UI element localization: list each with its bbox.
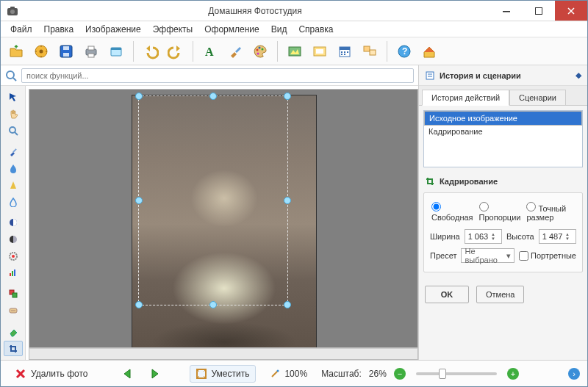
- zoom-out-button[interactable]: −: [394, 368, 406, 380]
- mode-exact[interactable]: Точный размер: [526, 202, 575, 222]
- redo-button[interactable]: [165, 40, 187, 62]
- svg-line-40: [13, 78, 16, 81]
- menu-decor[interactable]: Оформление: [199, 23, 264, 36]
- crop-rect[interactable]: [138, 95, 288, 305]
- brush-tool[interactable]: [4, 144, 23, 159]
- collapse-icon[interactable]: ◆: [576, 70, 581, 80]
- zoom-in-button[interactable]: +: [507, 368, 519, 380]
- svg-point-47: [12, 255, 15, 258]
- tab-scenarios[interactable]: Сценарии: [509, 90, 566, 106]
- svg-rect-27: [316, 49, 323, 54]
- menu-help[interactable]: Справка: [293, 23, 338, 36]
- eraser-tool[interactable]: [4, 325, 23, 340]
- next-button[interactable]: [146, 366, 165, 382]
- crop-panel-header: Кадрирование: [419, 172, 587, 188]
- heal-tool[interactable]: [4, 303, 23, 319]
- history-row[interactable]: Кадрирование: [424, 126, 582, 137]
- history-row[interactable]: Исходное изображение: [424, 111, 582, 126]
- undo-button[interactable]: [140, 40, 162, 62]
- frame-button[interactable]: [309, 40, 331, 62]
- dodge-tool[interactable]: [4, 215, 23, 231]
- svg-rect-15: [88, 46, 94, 50]
- menu-effects[interactable]: Эффекты: [148, 23, 198, 36]
- svg-point-1: [10, 10, 15, 14]
- help-button[interactable]: ?: [393, 40, 415, 62]
- minimize-button[interactable]: [490, 1, 523, 21]
- scan-button[interactable]: [105, 40, 127, 62]
- close-button[interactable]: [555, 1, 587, 21]
- canvas-scrollbar-h[interactable]: [29, 348, 418, 360]
- brush-button[interactable]: [224, 40, 246, 62]
- smudge-tool[interactable]: [4, 194, 23, 209]
- open-button[interactable]: [5, 40, 27, 62]
- crop-handle-w[interactable]: [135, 197, 143, 204]
- mode-free[interactable]: Свободная: [431, 202, 473, 222]
- history-list[interactable]: Исходное изображение Кадрирование: [423, 110, 583, 167]
- crop-handle-n[interactable]: [209, 93, 217, 100]
- height-input[interactable]: 1 487▲▼: [539, 229, 576, 244]
- effects-button[interactable]: [284, 40, 306, 62]
- width-input[interactable]: 1 063▲▼: [465, 229, 502, 244]
- svg-rect-4: [536, 7, 542, 14]
- zoom-100-button[interactable]: 100%: [263, 365, 314, 383]
- calendar-button[interactable]: [334, 40, 356, 62]
- sharpen-tool[interactable]: [4, 178, 23, 193]
- canvas[interactable]: [29, 89, 418, 348]
- mode-prop[interactable]: Пропорции: [479, 202, 521, 222]
- ok-button[interactable]: OK: [425, 286, 469, 303]
- portrait-checkbox[interactable]: Портретные: [519, 251, 576, 261]
- svg-rect-48: [10, 273, 11, 276]
- crop-handle-se[interactable]: [284, 301, 291, 308]
- prev-button[interactable]: [119, 366, 138, 382]
- menu-file[interactable]: Файл: [5, 23, 37, 36]
- spinner-icon[interactable]: ▲▼: [491, 232, 498, 241]
- zoom-slider-knob[interactable]: [439, 369, 446, 379]
- svg-point-21: [259, 46, 261, 48]
- quick-button[interactable]: [30, 40, 52, 62]
- search-icon: [5, 70, 17, 82]
- maximize-button[interactable]: [523, 1, 555, 21]
- text-tool-button[interactable]: A: [199, 40, 221, 62]
- delete-photo-button[interactable]: Удалить фото: [8, 364, 94, 383]
- collage-button[interactable]: [359, 40, 381, 62]
- menu-image[interactable]: Изображение: [80, 23, 146, 36]
- window-controls: [490, 1, 587, 21]
- svg-text:A: A: [205, 46, 214, 58]
- burn-tool[interactable]: [4, 232, 23, 247]
- levels-tool[interactable]: [4, 265, 23, 281]
- print-button[interactable]: [80, 40, 102, 62]
- zoom-slider[interactable]: [416, 372, 497, 375]
- zoom-tool[interactable]: [4, 123, 23, 138]
- crop-handle-sw[interactable]: [135, 301, 143, 308]
- home-button[interactable]: [418, 40, 440, 62]
- crop-handle-s[interactable]: [209, 301, 217, 308]
- blur-tool[interactable]: [4, 161, 23, 176]
- info-button[interactable]: ›: [568, 368, 580, 380]
- crop-handle-ne[interactable]: [284, 93, 291, 100]
- hand-tool[interactable]: [4, 106, 23, 122]
- pointer-tool[interactable]: [4, 90, 23, 105]
- saturation-tool[interactable]: [4, 248, 23, 264]
- svg-rect-55: [426, 72, 434, 79]
- palette-button[interactable]: [249, 40, 271, 62]
- fit-button[interactable]: Уместить: [190, 365, 256, 383]
- history-icon: [425, 70, 435, 81]
- spinner-icon[interactable]: ▲▼: [565, 232, 573, 241]
- svg-rect-36: [370, 50, 376, 55]
- preset-select[interactable]: Не выбрано▾: [461, 248, 514, 263]
- tab-history[interactable]: История действий: [422, 90, 509, 106]
- crop-handle-e[interactable]: [284, 197, 291, 204]
- svg-rect-29: [340, 47, 350, 50]
- crop-panel-title: Кадрирование: [440, 177, 498, 186]
- menu-view[interactable]: Вид: [266, 23, 293, 36]
- cancel-button[interactable]: Отмена: [476, 286, 524, 303]
- crop-handle-nw[interactable]: [135, 93, 143, 100]
- save-button[interactable]: [55, 40, 77, 62]
- titlebar: Домашняя Фотостудия: [1, 1, 587, 21]
- search-bar: [1, 65, 418, 86]
- svg-rect-30: [341, 51, 343, 53]
- menu-edit[interactable]: Правка: [39, 23, 79, 36]
- crop-tool[interactable]: [4, 341, 23, 356]
- search-input[interactable]: [21, 68, 414, 83]
- clone-tool[interactable]: [4, 286, 23, 302]
